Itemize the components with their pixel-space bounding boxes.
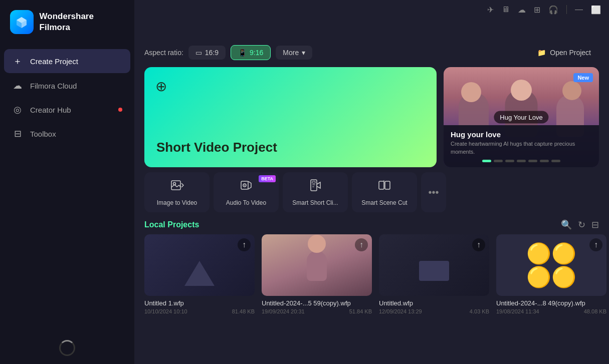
svg-rect-8 [312, 186, 314, 187]
sidebar-item-label-cloud: Filmora Cloud [30, 82, 77, 90]
app-name: Wondershare Filmora [40, 11, 124, 33]
sidebar-nav: ＋ Create Project ☁ Filmora Cloud ◎ Creat… [0, 49, 134, 145]
short-video-card[interactable]: ⊕ Short Video Project [144, 67, 437, 167]
refresh-icon[interactable]: ↻ [578, 219, 585, 230]
upload-icon-4[interactable]: ↑ [589, 238, 602, 251]
plus-icon: ⊕ [155, 78, 167, 95]
smart-short-clip-icon [308, 178, 322, 195]
chevron-down-icon: ▾ [302, 49, 305, 57]
project-name-1: Untitled 1.wfp [144, 299, 255, 307]
project-date-1: 10/10/2024 10:10 [144, 308, 187, 314]
project-thumb-4: 🟡🟡🟡🟡 ↑ [496, 234, 606, 296]
grid-view-icon[interactable]: ⊟ [591, 219, 599, 230]
notification-dot [118, 108, 122, 112]
grid-icon[interactable]: ⊞ [534, 5, 540, 15]
project-meta-1: 10/10/2024 10:10 81.48 KB [144, 308, 255, 314]
project-size-2: 51.84 KB [349, 308, 372, 314]
project-name-3: Untitled.wfp [379, 299, 489, 307]
hug-card-desc: Create heartwarming AI hugs that capture… [451, 140, 592, 156]
upload-icon-3[interactable]: ↑ [472, 238, 485, 251]
sidebar: Wondershare Filmora ＋ Create Project ☁ F… [0, 0, 134, 364]
project-card-1[interactable]: ↑ Untitled 1.wfp 10/10/2024 10:10 81.48 … [144, 234, 255, 314]
dot-5[interactable] [528, 160, 537, 162]
local-projects-title: Local Projects [144, 220, 199, 229]
aspect-ratio-label: Aspect ratio: [144, 49, 183, 57]
emoji-display: 🟡🟡🟡🟡 [526, 242, 576, 289]
aspect-9-16-label: 9:16 [250, 49, 263, 57]
image-to-video-button[interactable]: Image to Video [144, 172, 210, 212]
main-cards-area: ⊕ Short Video Project New Hug Your Love … [134, 67, 609, 167]
more-aspect-button[interactable]: More ▾ [276, 46, 312, 60]
audio-to-video-label: Audio To Video [226, 199, 266, 206]
app-logo-icon [10, 10, 34, 34]
open-project-label: Open Project [550, 49, 591, 57]
dot-1[interactable] [482, 160, 491, 162]
cloud-icon: ☁ [12, 80, 23, 91]
send-icon[interactable]: ✈ [487, 5, 494, 15]
hug-card-title: Hug your love [451, 130, 592, 139]
project-card-4[interactable]: 🟡🟡🟡🟡 ↑ Untitled-2024-...8 49(copy).wfp 1… [496, 234, 606, 314]
projects-grid: ↑ Untitled 1.wfp 10/10/2024 10:10 81.48 … [134, 234, 609, 314]
logo-area: Wondershare Filmora [0, 0, 134, 44]
project-thumb-1: ↑ [144, 234, 255, 296]
project-thumb-3: ↑ [379, 234, 489, 296]
more-label: More [283, 49, 299, 57]
more-tools-button[interactable]: ••• [421, 172, 446, 212]
sidebar-item-label-create: Create Project [30, 57, 78, 66]
search-icon[interactable]: 🔍 [561, 219, 572, 230]
upload-icon-1[interactable]: ↑ [238, 238, 251, 251]
svg-rect-9 [379, 181, 384, 189]
dot-4[interactable] [517, 160, 526, 162]
dot-6[interactable] [540, 160, 549, 162]
aspect-16-9-button[interactable]: ▭ 16:9 [188, 46, 226, 60]
thumb-shape-3 [419, 261, 449, 281]
folder-icon: 📁 [537, 49, 546, 57]
hug-card-info: Hug your love Create heartwarming AI hug… [444, 125, 599, 167]
project-card-2[interactable]: ↑ Untitled-2024-...5 59(copy).wfp 19/09/… [262, 234, 372, 314]
thumb-shape-1 [184, 261, 215, 286]
smart-scene-cut-button[interactable]: Smart Scene Cut [352, 172, 417, 212]
sidebar-bottom [0, 332, 134, 364]
maximize-icon[interactable]: ⬜ [591, 5, 601, 15]
aspect-16-9-label: 16:9 [205, 49, 219, 57]
audio-to-video-button[interactable]: BETA Audio To Video [214, 172, 279, 212]
hug-overlay-label: Hug Your Love [494, 111, 548, 124]
tools-row: Image to Video BETA Audio To Video [134, 167, 609, 212]
project-name-4: Untitled-2024-...8 49(copy).wfp [496, 299, 606, 307]
project-card-3[interactable]: ↑ Untitled.wfp 12/09/2024 13:29 4.03 KB [379, 234, 489, 314]
svg-rect-6 [312, 181, 315, 183]
open-project-button[interactable]: 📁 Open Project [529, 46, 599, 60]
cloud-upload-icon[interactable]: ☁ [518, 5, 526, 15]
new-badge: New [573, 73, 593, 82]
short-video-title: Short Video Project [156, 140, 425, 155]
loading-spinner [59, 340, 75, 356]
audio-to-video-icon [239, 178, 253, 195]
hug-love-card[interactable]: New Hug Your Love Hug your love Create h… [444, 67, 599, 167]
project-size-3: 4.03 KB [470, 308, 489, 314]
smart-short-clip-label: Smart Short Cli... [292, 199, 338, 206]
aspect-9-16-button[interactable]: 📱 9:16 [231, 45, 271, 60]
screen-icon[interactable]: 🖥 [502, 5, 510, 14]
project-name-2: Untitled-2024-...5 59(copy).wfp [262, 299, 372, 307]
carousel-dots [451, 160, 592, 162]
project-size-1: 81.48 KB [232, 308, 255, 314]
dot-7[interactable] [551, 160, 560, 162]
dot-2[interactable] [494, 160, 503, 162]
local-projects-header: Local Projects 🔍 ↻ ⊟ [134, 212, 609, 234]
dot-3[interactable] [505, 160, 514, 162]
project-date-3: 12/09/2024 13:29 [379, 308, 422, 314]
more-tools-icon: ••• [428, 187, 439, 198]
topbar-divider [566, 5, 567, 14]
upload-icon-2[interactable]: ↑ [355, 238, 368, 251]
sidebar-item-filmora-cloud[interactable]: ☁ Filmora Cloud [4, 74, 130, 97]
headphones-icon[interactable]: 🎧 [548, 5, 558, 15]
phone-icon: 📱 [238, 49, 247, 57]
image-to-video-icon [170, 178, 184, 195]
smart-short-clip-button[interactable]: Smart Short Cli... [283, 172, 348, 212]
project-thumb-2: ↑ [262, 234, 372, 296]
sidebar-item-toolbox[interactable]: ⊟ Toolbox [4, 122, 130, 145]
minimize-icon[interactable]: — [575, 5, 583, 14]
sidebar-item-create-project[interactable]: ＋ Create Project [4, 49, 130, 73]
screen-16-9-icon: ▭ [195, 49, 202, 57]
sidebar-item-creator-hub[interactable]: ◎ Creator Hub [4, 98, 130, 121]
